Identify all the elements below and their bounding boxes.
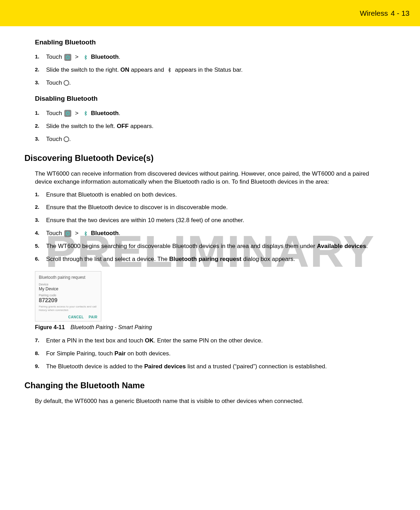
dialog-code-label: Pairing code: [39, 293, 97, 297]
step-item: The WT6000 begins searching for discover…: [35, 242, 385, 250]
bluetooth-icon: [82, 54, 89, 61]
step-item: The Bluetooth device is added to the Pai…: [35, 363, 385, 371]
home-circle-icon: [64, 136, 69, 142]
gear-icon: [64, 110, 71, 117]
step-item: Ensure that the Bluetooth device to disc…: [35, 204, 385, 212]
dialog-device-name: My Device: [39, 286, 97, 291]
bluetooth-pairing-dialog: Bluetooth pairing request Device My Devi…: [35, 271, 101, 321]
pair-button[interactable]: PAIR: [89, 315, 97, 319]
dialog-note: Pairing grants access to your contacts a…: [39, 305, 97, 312]
steps-discovering: Ensure that Bluetooth is enabled on both…: [35, 191, 385, 264]
dialog-device-label: Device: [39, 283, 97, 286]
bluetooth-icon: [166, 66, 173, 74]
home-circle-icon: [64, 80, 69, 86]
steps-enabling-bluetooth: Touch > Bluetooth. Slide the switch to t…: [35, 53, 385, 87]
steps-discovering-cont: Enter a PIN in the text box and touch OK…: [35, 337, 385, 371]
header-page: 4 - 13: [391, 9, 410, 17]
step-item: Touch .: [35, 79, 385, 87]
cancel-button[interactable]: CANCEL: [68, 315, 84, 319]
figure-caption: Figure 4-11 Bluetooth Pairing - Smart Pa…: [35, 324, 385, 331]
dialog-pairing-code: 872209: [39, 297, 97, 304]
intro-discovering: The WT6000 can receive information from …: [35, 170, 385, 186]
step-item: Touch > Bluetooth.: [35, 229, 385, 238]
step-item: Slide the switch to the right. ON appear…: [35, 66, 385, 74]
heading-disabling-bluetooth: Disabling Bluetooth: [35, 95, 385, 102]
header-section: Wireless: [360, 9, 388, 17]
step-item: Touch > Bluetooth.: [35, 109, 385, 118]
step-item: Enter a PIN in the text box and touch OK…: [35, 337, 385, 345]
step-item: Touch > Bluetooth.: [35, 53, 385, 61]
step-item: Ensure that Bluetooth is enabled on both…: [35, 191, 385, 199]
step-item: Scroll through the list and select a dev…: [35, 255, 385, 263]
step-item: Ensure that the two devices are within 1…: [35, 217, 385, 225]
step-item: Slide the switch to the left. OFF appear…: [35, 122, 385, 130]
heading-enabling-bluetooth: Enabling Bluetooth: [35, 38, 385, 46]
heading-discovering-bluetooth: Discovering Bluetooth Device(s): [24, 153, 385, 163]
heading-changing-bluetooth-name: Changing the Bluetooth Name: [24, 381, 385, 390]
intro-changing-name: By default, the WT6000 has a generic Blu…: [35, 397, 385, 405]
dialog-title: Bluetooth pairing request: [39, 275, 97, 280]
step-item: Touch .: [35, 135, 385, 143]
figure-dialog: Bluetooth pairing request Device My Devi…: [35, 271, 385, 321]
gear-icon: [64, 54, 71, 61]
page-header: Wireless 4 - 13: [0, 0, 420, 26]
bluetooth-icon: [82, 109, 89, 117]
bluetooth-icon: [82, 230, 89, 238]
step-item: For Simple Pairing, touch Pair on both d…: [35, 350, 385, 358]
gear-icon: [64, 230, 71, 237]
steps-disabling-bluetooth: Touch > Bluetooth. Slide the switch to t…: [35, 109, 385, 143]
